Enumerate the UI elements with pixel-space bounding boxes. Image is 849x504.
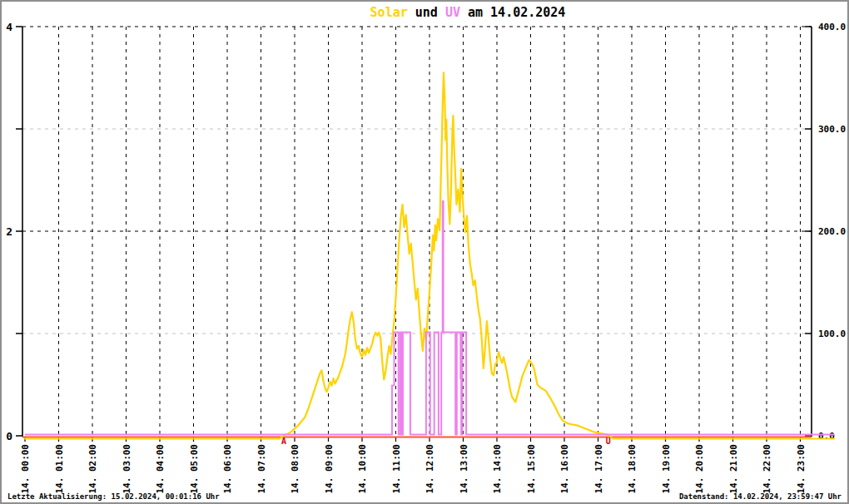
x-axis-tick-label: 14. 21:00 <box>728 444 739 494</box>
x-axis-tick-label: 14. 14:00 <box>492 444 503 494</box>
x-axis-tick-label: 14. 16:00 <box>559 444 570 494</box>
x-axis-tick-label: 14. 00:00 <box>20 444 31 494</box>
x-axis-tick-label: 14. 17:00 <box>593 444 604 494</box>
right-axis-tick-label: 300.0 <box>818 124 846 135</box>
x-axis-tick-label: 14. 15:00 <box>526 444 537 494</box>
left-axis-tick-label: 4 <box>6 21 12 33</box>
axes <box>22 27 812 437</box>
x-axis-tick-label: 14. 20:00 <box>694 444 705 494</box>
x-axis-tick-label: 14. 11:00 <box>391 444 402 494</box>
x-axis-tick-label: 14. 12:00 <box>424 444 435 494</box>
x-axis-ticks-labels: 14. 00:0014. 01:0014. 02:0014. 03:0014. … <box>20 437 807 494</box>
solar-uv-chart-window: Solar und UV am 14.02.2024 0240.0100.020… <box>0 0 849 504</box>
chart-title: Solar und UV am 14.02.2024 <box>2 5 847 20</box>
x-axis-tick-label: 14. 19:00 <box>661 444 672 494</box>
x-axis-tick-label: 14. 07:00 <box>256 444 267 494</box>
data-timestamp-text: Datenstand: 14.02.2024, 23:59:47 Uhr <box>679 492 842 501</box>
right-axis-tick-label: 400.0 <box>818 22 846 32</box>
x-axis-tick-label: 14. 02:00 <box>87 444 98 494</box>
right-axis-tick-label: 200.0 <box>818 226 846 237</box>
status-bar: Letzte Aktualisierung: 15.02.2024, 00:01… <box>2 492 847 501</box>
grid-horizontal-lines <box>22 27 812 334</box>
title-solar-label: Solar <box>370 5 408 20</box>
right-axis-tick-label: 100.0 <box>818 329 846 339</box>
sunrise-marker: A <box>281 437 286 446</box>
x-axis-tick-label: 14. 08:00 <box>290 444 300 494</box>
x-axis-tick-label: 14. 06:00 <box>222 444 233 494</box>
x-axis-tick-label: 14. 18:00 <box>627 444 638 494</box>
last-update-text: Letzte Aktualisierung: 15.02.2024, 00:01… <box>7 492 220 501</box>
x-axis-tick-label: 14. 22:00 <box>762 444 772 494</box>
right-axis-tick-label: 0.0 <box>818 431 835 442</box>
chart-plot-area: 0240.0100.0200.0300.0400.014. 00:0014. 0… <box>2 2 847 502</box>
x-axis-tick-label: 14. 23:00 <box>796 444 807 494</box>
x-axis-tick-label: 14. 10:00 <box>357 444 368 494</box>
title-date-text: am 14.02.2024 <box>460 5 565 20</box>
title-und-text: und <box>408 5 445 20</box>
left-axis-ticks-labels: 024 <box>6 21 22 442</box>
x-axis-tick-label: 14. 09:00 <box>324 444 335 494</box>
left-axis-tick-label: 2 <box>6 225 12 238</box>
x-axis-tick-label: 14. 04:00 <box>155 444 166 494</box>
x-axis-tick-label: 14. 01:00 <box>54 444 65 494</box>
x-axis-tick-label: 14. 03:00 <box>122 444 132 494</box>
x-axis-tick-label: 14. 13:00 <box>459 444 469 494</box>
x-axis-tick-label: 14. 05:00 <box>189 444 200 494</box>
left-axis-tick-label: 0 <box>6 430 12 442</box>
title-uv-label: UV <box>445 5 460 20</box>
sunset-marker: U <box>606 437 611 446</box>
